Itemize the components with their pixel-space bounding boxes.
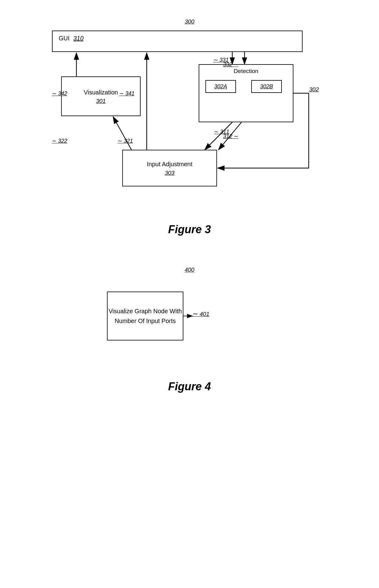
diagram4: Visualize Graph Node With Number Of Inpu… bbox=[98, 285, 281, 362]
detection-label: Detection bbox=[234, 68, 258, 75]
arrow-321-label: ∼ 321 bbox=[118, 138, 133, 144]
det-b-ref: 302B bbox=[260, 83, 273, 90]
arrow-342-label: ∼ 342 bbox=[52, 90, 67, 97]
arrow-341-label: ∼ 341 bbox=[119, 90, 134, 97]
visualization-label: Visualization bbox=[84, 88, 118, 97]
box-401-text: Visualize Graph Node With Number Of Inpu… bbox=[108, 306, 183, 326]
detection-outer-box: Detection 302A 302B 302 bbox=[199, 64, 293, 122]
figure4-caption: Figure 4 bbox=[18, 380, 361, 393]
figure4-section: 400 Visualize Graph Node With Number Of … bbox=[18, 266, 361, 393]
input-adj-ref: 303 bbox=[165, 170, 175, 176]
page: 300 bbox=[0, 0, 379, 588]
box-302a: 302A bbox=[205, 80, 236, 93]
fig4-top-label: 400 bbox=[185, 266, 194, 273]
box-401: Visualize Graph Node With Number Of Inpu… bbox=[107, 292, 183, 340]
fig3-top-label: 300 bbox=[185, 18, 194, 25]
arrow-332-label: 332 ∼ bbox=[223, 61, 238, 68]
gui-ref: 310 bbox=[73, 35, 83, 42]
diagram3: GUI 310 Visualization 301 Detection 302A… bbox=[52, 31, 327, 208]
input-adj-label: Input Adjustment bbox=[147, 160, 193, 168]
arrow-322-label: ∼ 322 bbox=[52, 138, 67, 144]
ref-401-label: ∼ 401 bbox=[193, 310, 209, 318]
detection-outer-ref: 302 bbox=[309, 86, 319, 93]
box-302b: 302B bbox=[251, 80, 282, 93]
det-a-ref: 302A bbox=[214, 83, 227, 90]
svg-line-4 bbox=[113, 117, 131, 150]
visualization-ref: 301 bbox=[96, 98, 106, 105]
input-adjustment-box: Input Adjustment 303 bbox=[122, 150, 217, 186]
ref-401-text: 401 bbox=[200, 311, 209, 317]
figure3-caption: Figure 3 bbox=[18, 223, 361, 236]
arrow-312-label: 312 ∼ bbox=[223, 133, 238, 140]
figure3-section: 300 bbox=[18, 18, 361, 236]
gui-label: GUI bbox=[59, 35, 70, 42]
gui-box: GUI 310 bbox=[52, 31, 303, 52]
